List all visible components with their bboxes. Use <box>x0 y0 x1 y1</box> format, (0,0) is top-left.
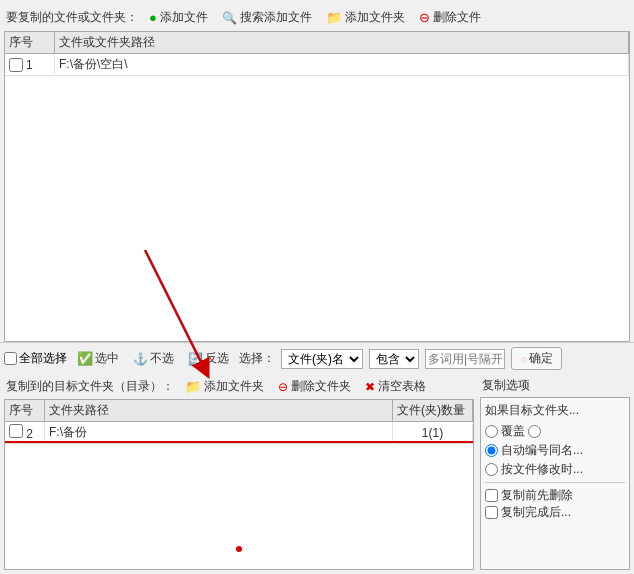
top-toolbar-label: 要复制的文件或文件夹： <box>6 9 138 26</box>
dest-table: 序号 文件夹路径 文件(夹)数量 2 F:\备份 1(1) <box>4 399 474 570</box>
col-header-path: 文件或文件夹路径 <box>55 32 629 53</box>
delete-file-button[interactable]: ⊖ 删除文件 <box>416 8 484 27</box>
search-add-file-button[interactable]: 🔍 搜索添加文件 <box>219 8 315 27</box>
select-button[interactable]: ✅ 选中 <box>73 349 123 368</box>
add-file-button[interactable]: ● 添加文件 <box>146 8 211 27</box>
checkbox-copy-before-delete: 复制前先删除 <box>485 487 625 504</box>
filter-label: 选择： <box>239 350 275 367</box>
dest-col-num: 序号 <box>5 400 45 421</box>
radio-modify-time: 按文件修改时... <box>485 461 625 478</box>
main-container: 要复制的文件或文件夹： ● 添加文件 🔍 搜索添加文件 📁 添加文件夹 ⊖ 删除… <box>0 0 634 574</box>
options-header: 复制选项 <box>480 374 630 397</box>
dest-table-header: 序号 文件夹路径 文件(夹)数量 <box>5 400 473 422</box>
red-dot <box>236 546 242 552</box>
bottom-left-content: 序号 文件夹路径 文件(夹)数量 2 F:\备份 1(1) <box>4 399 474 570</box>
dest-clear-button[interactable]: ✖ 清空表格 <box>362 377 429 396</box>
dest-row-checkbox[interactable] <box>9 424 23 438</box>
options-subtitle: 如果目标文件夹... <box>485 402 625 419</box>
dest-add-folder-button[interactable]: 📁 添加文件夹 <box>182 377 267 396</box>
dest-add-folder-icon: 📁 <box>185 379 201 394</box>
dest-clear-icon: ✖ <box>365 380 375 394</box>
top-toolbar: 要复制的文件或文件夹： ● 添加文件 🔍 搜索添加文件 📁 添加文件夹 ⊖ 删除… <box>4 4 630 31</box>
select-all-checkbox[interactable] <box>4 352 17 365</box>
options-panel: 如果目标文件夹... 覆盖 自动编号同名... 按文件修改时... <box>480 397 630 570</box>
bottom-left: 复制到的目标文件夹（目录）： 📁 添加文件夹 ⊖ 删除文件夹 ✖ 清空表格 <box>4 374 474 570</box>
row-checkbox-1[interactable] <box>9 58 23 72</box>
row-num-1: 1 <box>5 56 55 74</box>
delete-icon: ⊖ <box>419 10 430 25</box>
dest-row-path: F:\备份 <box>45 422 393 443</box>
confirm-button[interactable]: ○ 确定 <box>511 347 562 370</box>
filter-dropdown[interactable]: 文件(夹)名 路径 <box>281 349 363 369</box>
folder-icon: 📁 <box>326 10 342 25</box>
radio-group: 覆盖 自动编号同名... 按文件修改时... <box>485 423 625 478</box>
dest-col-count: 文件(夹)数量 <box>393 400 473 421</box>
contain-dropdown[interactable]: 包含 <box>369 349 419 369</box>
file-table-body: 1 F:\备份\空白\ <box>5 54 629 76</box>
cb-copy-before-delete[interactable] <box>485 489 498 502</box>
radio-cover-input2[interactable] <box>528 425 541 438</box>
check-icon: ✅ <box>77 351 93 366</box>
confirm-icon: ○ <box>520 353 527 365</box>
dest-section-header: 复制到的目标文件夹（目录）： 📁 添加文件夹 ⊖ 删除文件夹 ✖ 清空表格 <box>4 374 474 399</box>
dest-table-row: 2 F:\备份 1(1) <box>5 422 473 444</box>
radio-cover-input[interactable] <box>485 425 498 438</box>
bottom-right: 复制选项 如果目标文件夹... 覆盖 自动编号同名... <box>480 374 630 570</box>
middle-toolbar: 全部选择 ✅ 选中 ⚓ 不选 🔄 反选 选择： 文件(夹)名 路径 包含 ○ 确… <box>0 342 634 374</box>
radio-auto-number: 自动编号同名... <box>485 442 625 459</box>
search-icon: 🔍 <box>222 11 237 25</box>
reverse-button[interactable]: 🔄 反选 <box>184 349 233 368</box>
dest-delete-icon: ⊖ <box>278 380 288 394</box>
dest-table-body: 2 F:\备份 1(1) <box>5 422 473 444</box>
col-header-num: 序号 <box>5 32 55 53</box>
bottom-section: 复制到的目标文件夹（目录）： 📁 添加文件夹 ⊖ 删除文件夹 ✖ 清空表格 <box>0 374 634 574</box>
table-row: 1 F:\备份\空白\ <box>5 54 629 76</box>
add-folder-button[interactable]: 📁 添加文件夹 <box>323 8 408 27</box>
anchor-icon: ⚓ <box>133 352 148 366</box>
reverse-icon: 🔄 <box>188 352 203 366</box>
file-table: 序号 文件或文件夹路径 1 F:\备份\空白\ <box>4 31 630 342</box>
row-path-1: F:\备份\空白\ <box>55 54 629 75</box>
multi-word-input[interactable] <box>425 349 505 369</box>
radio-modify-input[interactable] <box>485 463 498 476</box>
dest-row-num: 2 <box>5 422 45 443</box>
deselect-button[interactable]: ⚓ 不选 <box>129 349 178 368</box>
add-file-icon: ● <box>149 10 157 25</box>
dest-label: 复制到的目标文件夹（目录）： <box>6 378 174 395</box>
dest-row-count: 1(1) <box>393 424 473 442</box>
dest-delete-folder-button[interactable]: ⊖ 删除文件夹 <box>275 377 354 396</box>
file-table-header: 序号 文件或文件夹路径 <box>5 32 629 54</box>
divider <box>485 482 625 483</box>
cb-copy-complete[interactable] <box>485 506 498 519</box>
radio-auto-input[interactable] <box>485 444 498 457</box>
radio-cover: 覆盖 <box>485 423 625 440</box>
select-all-label: 全部选择 <box>4 350 67 367</box>
options-copy-label: 复制选项 <box>482 377 530 394</box>
checkbox-copy-complete: 复制完成后... <box>485 504 625 521</box>
top-section: 要复制的文件或文件夹： ● 添加文件 🔍 搜索添加文件 📁 添加文件夹 ⊖ 删除… <box>0 0 634 342</box>
dest-col-path: 文件夹路径 <box>45 400 393 421</box>
